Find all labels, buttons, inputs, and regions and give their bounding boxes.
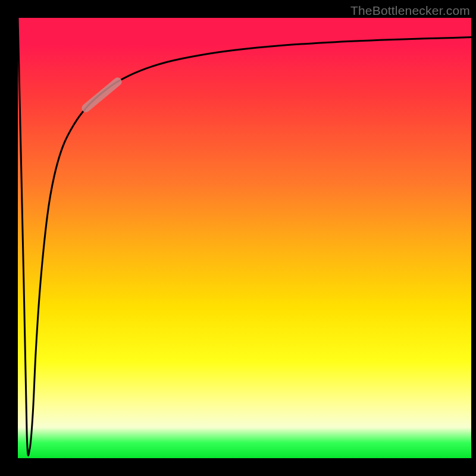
chart-frame: TheBottlenecker.com [0,0,476,476]
curve-layer [18,18,471,458]
bottleneck-curve [18,18,471,456]
plot-area [18,18,471,458]
watermark-label: TheBottlenecker.com [350,4,470,18]
highlight-segment [86,82,117,108]
